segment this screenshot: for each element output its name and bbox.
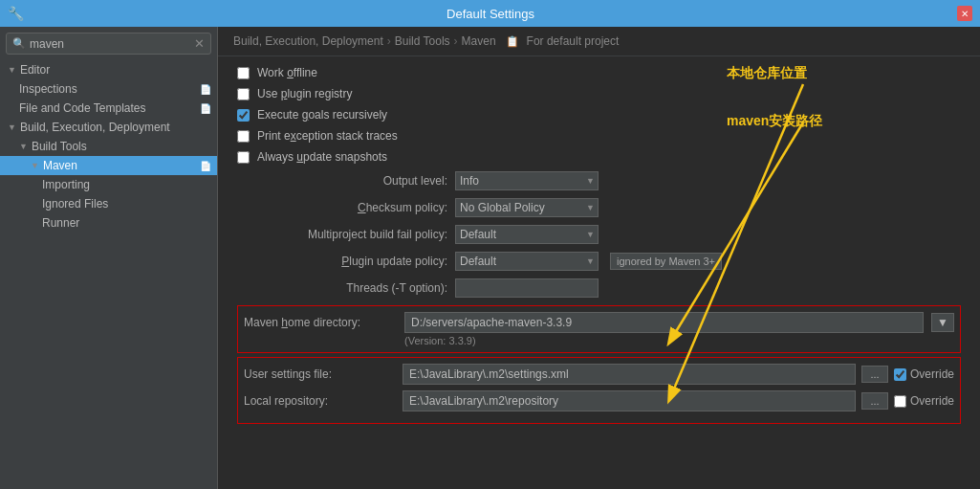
threads-row: Threads (-T option): [237,278,961,298]
use-plugin-label: Use plugin registry [257,87,352,100]
user-settings-row: User settings file: ... Override [244,364,954,385]
plugin-update-select-wrapper: Default Always Never [455,252,599,271]
print-exception-label: Print exception stack traces [257,129,398,143]
multiproject-fail-row: Multiproject build fail policy: Default … [237,225,961,244]
sidebar-item-label: Build Tools [32,140,87,153]
sidebar-item-label: File and Code Templates [19,101,146,115]
print-exception-checkbox[interactable] [237,130,250,143]
sidebar-item-runner[interactable]: Runner [0,213,217,233]
checkbox-always-update: Always update snapshots [237,150,961,164]
search-icon: 🔍 [12,37,26,50]
maven-home-row: Maven home directory: ▼ [244,312,954,333]
user-settings-input[interactable] [403,364,856,385]
arrow-icon: ▼ [19,142,28,151]
user-settings-override-group: Override [894,367,954,381]
maven-home-section: Maven home directory: ▼ (Version: 3.3.9) [237,305,961,353]
arrow-icon: ▼ [8,65,16,75]
title-bar: 🔧 Default Settings ✕ [0,0,980,27]
user-settings-section: User settings file: ... Override Local r… [237,357,961,424]
search-clear-button[interactable]: ✕ [194,36,205,51]
use-plugin-checkbox[interactable] [237,88,250,100]
output-level-label: Output level: [237,174,447,188]
always-update-checkbox[interactable] [237,151,250,164]
maven-home-label: Maven home directory: [244,316,397,329]
local-repo-input[interactable] [403,390,856,411]
page-icon: 📄 [200,84,211,95]
local-repo-override-label: Override [910,394,954,408]
sidebar-item-importing[interactable]: Importing [0,175,217,194]
multiproject-fail-select[interactable]: Default Always Never [455,225,599,244]
page-icon: 📄 [200,161,211,171]
local-repo-label: Local repository: [244,394,397,408]
breadcrumb: Build, Execution, Deployment › Build Too… [218,27,980,56]
multiproject-fail-select-wrapper: Default Always Never [455,225,599,244]
checksum-policy-row: Checksum policy: No Global Policy Fail W… [237,198,961,217]
breadcrumb-part2: Build Tools [395,34,450,48]
local-repo-row: Local repository: ... Override [244,390,954,411]
local-repo-override-checkbox[interactable] [894,395,906,408]
plugin-update-select[interactable]: Default Always Never [455,252,599,271]
multiproject-fail-label: Multiproject build fail policy: [237,228,447,241]
close-button[interactable]: ✕ [957,6,972,21]
local-repo-override-group: Override [894,394,954,408]
threads-input[interactable] [455,278,599,298]
ignored-badge: ignored by Maven 3+ [610,253,722,270]
arrow-icon: ▼ [31,161,39,170]
checkbox-work-offline: Work offline [237,66,961,79]
checkbox-use-plugin: Use plugin registry [237,87,961,100]
window-title: Default Settings [446,7,534,21]
content-area: Build, Execution, Deployment › Build Too… [218,27,980,489]
always-update-label: Always update snapshots [257,150,387,164]
sidebar-item-editor[interactable]: ▼ Editor [0,60,217,79]
settings-body: Work offline Use plugin registry Execute… [218,56,980,489]
sidebar-item-label: Ignored Files [42,197,108,211]
maven-home-input[interactable] [404,312,924,333]
maven-version-text: (Version: 3.3.9) [244,335,954,346]
arrow-icon: ▼ [8,122,16,132]
sidebar-item-build-tools[interactable]: ▼ Build Tools [0,137,217,156]
execute-goals-label: Execute goals recursively [257,108,387,122]
sidebar: 🔍 ✕ ▼ Editor Inspections 📄 File and Code… [0,27,218,489]
output-level-select[interactable]: Info Debug Warn Error [455,171,599,190]
checkbox-execute-goals: Execute goals recursively [237,108,961,122]
execute-goals-checkbox[interactable] [237,109,250,122]
sidebar-item-build-execution[interactable]: ▼ Build, Execution, Deployment [0,118,217,137]
breadcrumb-part1: Build, Execution, Deployment [233,34,383,48]
breadcrumb-part3: Maven [462,34,496,48]
output-level-row: Output level: Info Debug Warn Error [237,171,961,190]
plugin-update-row: Plugin update policy: Default Always Nev… [237,252,961,271]
user-settings-override-checkbox[interactable] [894,368,906,381]
sidebar-item-label: Maven [43,159,77,172]
user-settings-browse-button[interactable]: ... [861,366,888,383]
work-offline-label: Work offline [257,66,317,79]
sidebar-item-inspections[interactable]: Inspections 📄 [0,79,217,99]
sidebar-item-file-code-templates[interactable]: File and Code Templates 📄 [0,99,217,118]
work-offline-checkbox[interactable] [237,67,250,79]
search-input[interactable] [30,37,194,51]
sidebar-item-maven[interactable]: ▼ Maven 📄 [0,156,217,175]
sidebar-item-label: Editor [20,63,50,77]
user-settings-label: User settings file: [244,367,397,381]
user-settings-override-label: Override [910,367,954,381]
sidebar-item-ignored-files[interactable]: Ignored Files [0,194,217,213]
page-icon: 📄 [200,103,211,114]
checksum-policy-select-wrapper: No Global Policy Fail Warn [455,198,599,217]
search-box[interactable]: 🔍 ✕ [6,33,211,55]
sidebar-item-label: Inspections [19,82,77,96]
main-layout: 🔍 ✕ ▼ Editor Inspections 📄 File and Code… [0,27,980,489]
maven-home-dropdown[interactable]: ▼ [931,313,954,332]
breadcrumb-icon: 📋 [506,35,519,48]
title-bar-left: 🔧 [8,6,24,21]
sidebar-item-label: Importing [42,178,90,191]
sidebar-item-label: Runner [42,216,79,230]
checkbox-print-exception: Print exception stack traces [237,129,961,143]
output-level-select-wrapper: Info Debug Warn Error [455,171,599,190]
app-icon: 🔧 [8,6,24,21]
threads-label: Threads (-T option): [237,281,447,295]
sidebar-item-label: Build, Execution, Deployment [20,121,170,134]
plugin-update-label: Plugin update policy: [237,255,447,268]
breadcrumb-suffix: For default project [527,34,620,48]
checksum-policy-select[interactable]: No Global Policy Fail Warn [455,198,599,217]
checksum-policy-label: Checksum policy: [237,201,447,214]
local-repo-browse-button[interactable]: ... [861,392,888,410]
